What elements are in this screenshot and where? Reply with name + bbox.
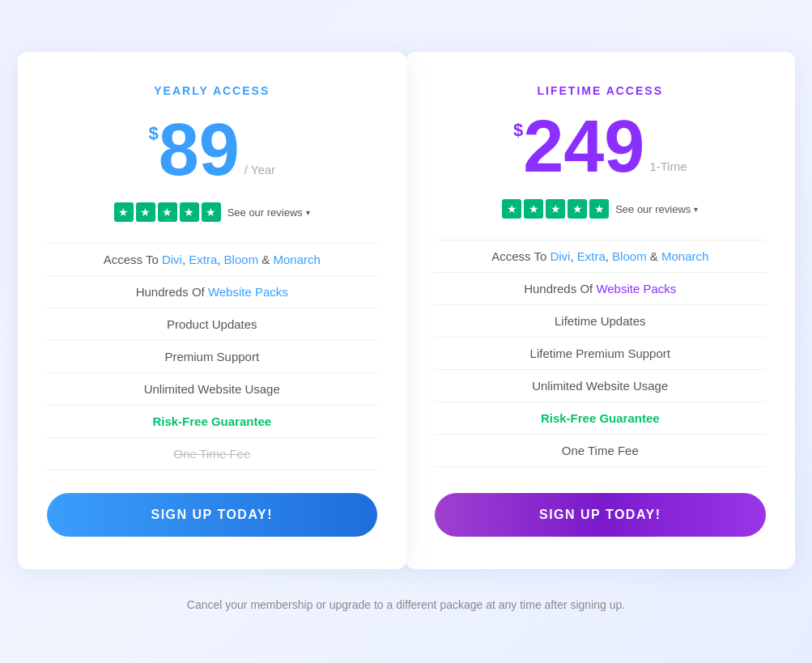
lifetime-chevron-down-icon: ▾	[694, 205, 698, 214]
lifetime-signup-button[interactable]: SIGN UP TODAY!	[435, 493, 766, 537]
yearly-price-number: 89	[159, 113, 240, 186]
link-monarch-l[interactable]: Monarch	[661, 249, 708, 263]
link-bloom[interactable]: Bloom	[224, 253, 259, 266]
yearly-price-period: / Year	[244, 163, 275, 186]
star-l-3: ★	[546, 199, 565, 219]
yearly-features-list: Access To Divi, Extra, Bloom & Monarch H…	[47, 243, 378, 470]
yearly-feature-usage: Unlimited Website Usage	[47, 373, 378, 406]
yearly-feature-risk-free: Risk-Free Guarantee	[47, 406, 378, 438]
yearly-feature-updates: Product Updates	[47, 308, 378, 341]
yearly-feature-access: Access To Divi, Extra, Bloom & Monarch	[47, 243, 378, 276]
yearly-dollar-sign: $	[148, 125, 158, 142]
lifetime-feature-usage: Unlimited Website Usage	[435, 370, 766, 402]
lifetime-feature-one-time: One Time Fee	[435, 435, 766, 467]
star-3: ★	[158, 202, 177, 222]
yearly-plan-card: YEARLY ACCESS $ 89 / Year ★ ★ ★ ★ ★ See …	[18, 52, 407, 569]
star-l-2: ★	[524, 199, 543, 219]
yearly-stars: ★ ★ ★ ★ ★	[114, 202, 221, 222]
lifetime-feature-access: Access To Divi, Extra, Bloom & Monarch	[435, 240, 766, 273]
link-bloom-l[interactable]: Bloom	[612, 249, 647, 263]
star-2: ★	[136, 202, 155, 222]
yearly-reviews-link[interactable]: See our reviews ▾	[227, 206, 310, 219]
link-divi[interactable]: Divi	[162, 253, 182, 266]
chevron-down-icon: ▾	[306, 208, 310, 217]
star-l-4: ★	[568, 199, 587, 219]
lifetime-price-number: 249	[523, 110, 644, 183]
lifetime-plan-title: LIFETIME ACCESS	[538, 84, 664, 97]
yearly-feature-support: Premium Support	[47, 341, 378, 373]
link-website-packs-l[interactable]: Website Packs	[596, 282, 676, 295]
link-website-packs[interactable]: Website Packs	[208, 285, 288, 299]
lifetime-feature-website-packs: Hundreds Of Website Packs	[435, 273, 766, 305]
yearly-feature-one-time: One Time Fee	[47, 438, 378, 470]
yearly-feature-website-packs: Hundreds Of Website Packs	[47, 276, 378, 308]
link-extra-l[interactable]: Extra	[577, 249, 606, 263]
lifetime-stars: ★ ★ ★ ★ ★	[502, 199, 609, 219]
lifetime-feature-updates: Lifetime Updates	[435, 305, 766, 338]
pricing-wrapper: YEARLY ACCESS $ 89 / Year ★ ★ ★ ★ ★ See …	[18, 52, 795, 569]
link-extra[interactable]: Extra	[189, 253, 217, 266]
yearly-plan-title: YEARLY ACCESS	[154, 84, 270, 97]
star-4: ★	[180, 202, 199, 222]
yearly-price-container: $ 89 / Year	[148, 113, 275, 186]
lifetime-features-list: Access To Divi, Extra, Bloom & Monarch H…	[435, 240, 766, 467]
lifetime-feature-support: Lifetime Premium Support	[435, 338, 766, 370]
lifetime-dollar-sign: $	[513, 121, 523, 139]
yearly-signup-button[interactable]: SIGN UP TODAY!	[47, 493, 378, 537]
star-l-1: ★	[502, 199, 521, 219]
star-1: ★	[114, 202, 134, 222]
link-monarch[interactable]: Monarch	[273, 253, 320, 266]
star-5: ★	[202, 202, 221, 222]
yearly-stars-row: ★ ★ ★ ★ ★ See our reviews ▾	[114, 202, 310, 222]
lifetime-stars-row: ★ ★ ★ ★ ★ See our reviews ▾	[502, 199, 698, 219]
star-l-5: ★	[589, 199, 609, 219]
lifetime-reviews-link[interactable]: See our reviews ▾	[615, 203, 698, 215]
lifetime-price-container: $ 249 1-Time	[513, 110, 687, 183]
lifetime-price-period: 1-Time	[649, 159, 687, 183]
lifetime-feature-risk-free: Risk-Free Guarantee	[435, 402, 766, 435]
lifetime-plan-card: LIFETIME ACCESS $ 249 1-Time ★ ★ ★ ★ ★ S…	[406, 52, 795, 569]
link-divi-l[interactable]: Divi	[550, 249, 570, 263]
footer-note: Cancel your membership or upgrade to a d…	[187, 598, 625, 611]
